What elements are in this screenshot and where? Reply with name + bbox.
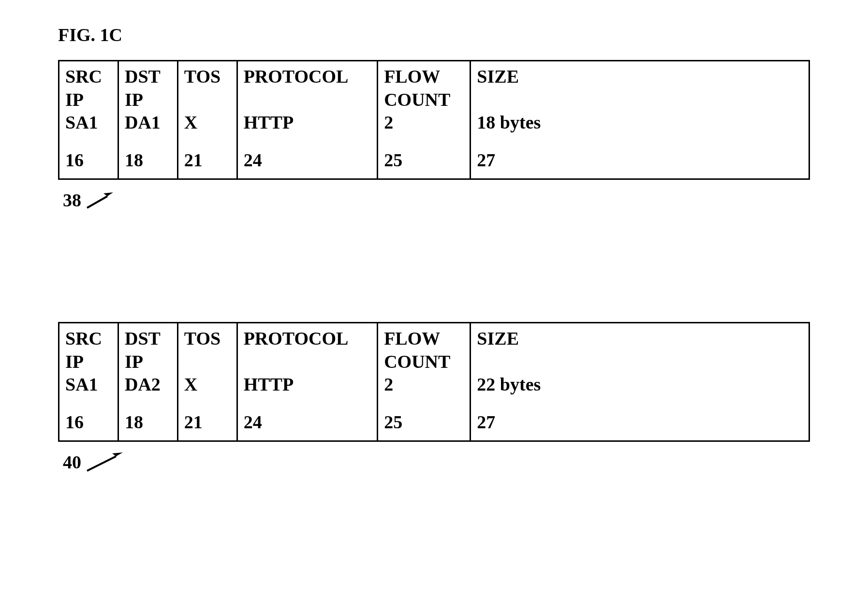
flow-table: SRC IP SA1 16 DST IP DA1 18 TOS X 21 PRO… [58, 60, 810, 180]
col-header: DST IP [125, 328, 160, 372]
cell-footer: 21 [184, 150, 203, 170]
arrow-icon [84, 451, 128, 473]
table-ref-40: 40 [63, 451, 810, 473]
cell-value: 2 [384, 374, 393, 394]
col-header: TOS [184, 66, 221, 87]
cell-value: X [184, 112, 197, 132]
cell-footer: 16 [65, 412, 84, 432]
table-row: SRC IP SA1 16 DST IP DA2 18 TOS X 21 PRO… [59, 323, 809, 441]
figure-label: FIG. 1C [58, 24, 810, 45]
col-header: PROTOCOL [244, 66, 349, 87]
col-header: DST IP [125, 66, 160, 110]
cell-footer: 18 [125, 150, 143, 170]
col-header: SIZE [477, 328, 519, 349]
col-header: SRC IP [65, 66, 102, 110]
cell-value: HTTP [244, 112, 294, 132]
cell-footer: 18 [125, 412, 143, 432]
cell-value: 22 bytes [477, 374, 541, 394]
ref-number: 38 [63, 189, 81, 211]
cell-footer: 16 [65, 150, 84, 170]
svg-marker-3 [112, 452, 123, 456]
cell-value: X [184, 374, 197, 394]
cell-footer: 27 [477, 150, 495, 170]
col-header: FLOW COUNT [384, 328, 450, 372]
table-40: SRC IP SA1 16 DST IP DA2 18 TOS X 21 PRO… [58, 322, 810, 442]
cell-footer: 25 [384, 150, 402, 170]
cell-value: DA2 [125, 374, 161, 394]
table-38: SRC IP SA1 16 DST IP DA1 18 TOS X 21 PRO… [58, 60, 810, 180]
svg-line-2 [87, 456, 116, 471]
col-header: PROTOCOL [244, 328, 349, 349]
table-ref-38: 38 [63, 189, 810, 211]
svg-line-0 [87, 196, 107, 208]
ref-number: 40 [63, 451, 81, 473]
arrow-icon [84, 190, 118, 210]
table-row: SRC IP SA1 16 DST IP DA1 18 TOS X 21 PRO… [59, 61, 809, 179]
col-header: SIZE [477, 66, 519, 87]
col-header: FLOW COUNT [384, 66, 450, 110]
col-header: TOS [184, 328, 221, 349]
cell-value: SA1 [65, 374, 98, 394]
cell-value: SA1 [65, 112, 98, 132]
flow-table: SRC IP SA1 16 DST IP DA2 18 TOS X 21 PRO… [58, 322, 810, 442]
cell-value: HTTP [244, 374, 294, 394]
col-header: SRC IP [65, 328, 102, 372]
cell-footer: 24 [244, 150, 262, 170]
cell-value: 2 [384, 112, 393, 132]
cell-footer: 27 [477, 412, 495, 432]
cell-value: 18 bytes [477, 112, 541, 132]
cell-value: DA1 [125, 112, 161, 132]
cell-footer: 21 [184, 412, 203, 432]
cell-footer: 24 [244, 412, 262, 432]
cell-footer: 25 [384, 412, 402, 432]
svg-marker-1 [103, 192, 113, 196]
